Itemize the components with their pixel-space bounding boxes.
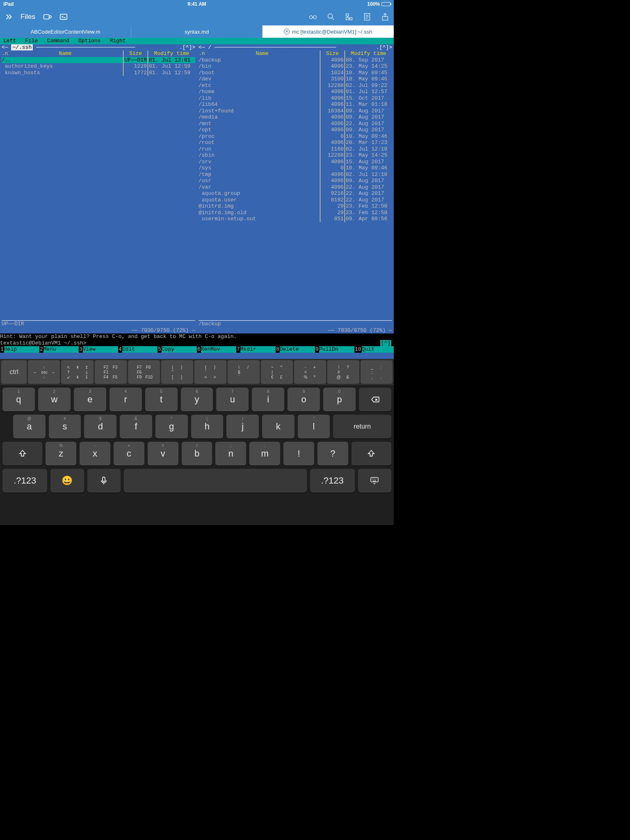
terminal-view[interactable]: Left File Command Options Right <─ ~/.ss… bbox=[0, 38, 394, 359]
file-row[interactable]: /var409622. Aug 2017 bbox=[199, 184, 392, 191]
fn-key-1[interactable]: 1Help bbox=[0, 346, 39, 353]
key-k[interactable]: 'k bbox=[262, 415, 294, 438]
fn-pad-2[interactable]: F7F8F6F9F10 bbox=[128, 360, 160, 384]
key-b[interactable]: /b bbox=[182, 442, 212, 466]
key-![interactable]: ! bbox=[283, 442, 314, 466]
symbol-pad-4[interactable]: !?#@& bbox=[327, 360, 359, 384]
file-row[interactable]: /etc1228802. Jul 09:22 bbox=[199, 82, 392, 89]
menu-command[interactable]: Command bbox=[45, 38, 77, 44]
file-row[interactable]: /boot102410. May 09:45 bbox=[199, 70, 392, 76]
file-row[interactable]: /sys010. May 09:46 bbox=[199, 165, 392, 171]
fn-key-10[interactable]: 10Quit bbox=[354, 346, 394, 353]
return-key[interactable]: return bbox=[333, 415, 391, 438]
key-p[interactable]: 0p bbox=[323, 388, 356, 411]
shift-left-key[interactable] bbox=[2, 442, 42, 466]
menu-left[interactable]: Left bbox=[2, 38, 23, 44]
key-m[interactable]: :m bbox=[249, 442, 280, 466]
arrow-pad[interactable]: ↑←esc→↓ bbox=[28, 360, 60, 384]
file-row[interactable]: /tmp409602. Jul 12:10 bbox=[199, 171, 392, 178]
file-row[interactable]: /home409601. Jul 12:57 bbox=[199, 89, 392, 95]
key-v[interactable]: =v bbox=[148, 442, 178, 466]
file-row[interactable]: /media409609. Aug 2017 bbox=[199, 114, 392, 121]
bracket-pad-2[interactable]: {}'<> bbox=[194, 360, 226, 384]
symbol-pad-3[interactable]: -+=%* bbox=[294, 360, 326, 384]
symbol-pad-5[interactable]: _:;,. bbox=[361, 360, 393, 384]
key-a[interactable]: @a bbox=[13, 415, 46, 438]
nav-pad[interactable]: ↖⇞↥⤒⤓↙⇟↧ bbox=[61, 360, 93, 384]
key-l[interactable]: "l bbox=[298, 415, 330, 438]
file-row[interactable]: /bin409623. May 14:25 bbox=[199, 63, 392, 70]
backspace-key[interactable] bbox=[359, 388, 391, 411]
file-row[interactable]: usermin-setup.out85109. Apr 08:56 bbox=[199, 216, 392, 222]
file-row[interactable]: /mnt409622. Aug 2017 bbox=[199, 121, 392, 127]
file-row[interactable]: @initrd.img2923. Feb 12:50 bbox=[199, 203, 392, 210]
fn-key-8[interactable]: 8Delete bbox=[276, 346, 315, 353]
close-icon[interactable]: ✕ bbox=[284, 29, 290, 34]
file-row[interactable]: known_hosts177201. Jul 12:59 bbox=[2, 70, 195, 76]
file-row[interactable]: /..UP──DIR01. Jul 13:01 bbox=[2, 57, 195, 64]
mc-left-panel[interactable]: <─ ~/.ssh ──────────────────────────────… bbox=[0, 44, 197, 334]
symbol-pad-2[interactable]: ~^|€£ bbox=[261, 360, 293, 384]
space-key[interactable] bbox=[124, 469, 307, 493]
file-row[interactable]: @initrd.img.old2923. Feb 12:50 bbox=[199, 210, 392, 216]
menu-options[interactable]: Options bbox=[77, 38, 108, 44]
glasses-icon[interactable] bbox=[308, 12, 317, 21]
ctrl-key[interactable]: ctrl bbox=[1, 360, 27, 384]
key-u[interactable]: 7u bbox=[216, 388, 249, 411]
dismiss-keyboard-key[interactable] bbox=[358, 469, 391, 493]
fn-key-9[interactable]: 9PullDn bbox=[315, 346, 354, 353]
tab-1[interactable]: syntax.md bbox=[131, 25, 262, 38]
key-o[interactable]: 9o bbox=[288, 388, 320, 411]
mc-right-panel[interactable]: <─ / ───────────────────────────────────… bbox=[197, 44, 394, 334]
fn-pad-1[interactable]: F2F3F1F4F5 bbox=[95, 360, 127, 384]
key-f[interactable]: &f bbox=[120, 415, 152, 438]
file-row[interactable]: /dev310010. May 09:46 bbox=[199, 76, 392, 82]
search-icon[interactable] bbox=[326, 12, 336, 21]
bracket-pad-1[interactable]: ()"[] bbox=[161, 360, 193, 384]
key-?[interactable]: ? bbox=[317, 442, 348, 466]
menu-file[interactable]: File bbox=[23, 38, 45, 44]
file-row[interactable]: /proc010. May 09:46 bbox=[199, 133, 392, 140]
key-e[interactable]: 3e bbox=[74, 388, 106, 411]
tab-0[interactable]: ABCodeEditorContentView.m bbox=[0, 25, 131, 38]
properties-icon[interactable] bbox=[363, 12, 372, 21]
key-q[interactable]: 1q bbox=[2, 388, 35, 411]
emoji-key[interactable]: 😀 bbox=[50, 469, 84, 493]
mc-menubar[interactable]: Left File Command Options Right bbox=[0, 38, 394, 44]
file-row[interactable]: /lib64409611. Mar 01:18 bbox=[199, 101, 392, 108]
file-row[interactable]: /lib409615. Oct 2017 bbox=[199, 95, 392, 102]
key-w[interactable]: 2w bbox=[38, 388, 71, 411]
fn-key-2[interactable]: 2Menu bbox=[39, 346, 79, 353]
fn-key-5[interactable]: 5Copy bbox=[158, 346, 197, 353]
symbols-icon[interactable] bbox=[345, 12, 354, 21]
key-x[interactable]: -x bbox=[80, 442, 110, 466]
terminal-icon[interactable] bbox=[59, 12, 68, 21]
numkey-right[interactable]: .?123 bbox=[310, 469, 355, 493]
shift-right-key[interactable] bbox=[352, 442, 391, 466]
numkey-left[interactable]: .?123 bbox=[2, 469, 47, 493]
key-g[interactable]: *g bbox=[155, 415, 188, 438]
share-icon[interactable] bbox=[381, 12, 390, 21]
dictation-key[interactable] bbox=[87, 469, 121, 493]
key-z[interactable]: %z bbox=[46, 442, 76, 466]
key-t[interactable]: 5t bbox=[145, 388, 178, 411]
fn-key-7[interactable]: 7Mkdir bbox=[236, 346, 276, 353]
key-c[interactable]: +c bbox=[114, 442, 144, 466]
menu-right[interactable]: Right bbox=[108, 38, 133, 44]
toolbar-title[interactable]: Files bbox=[21, 13, 35, 21]
file-row[interactable]: /srv409615. Aug 2017 bbox=[199, 159, 392, 165]
file-row[interactable]: /opt409609. Aug 2017 bbox=[199, 127, 392, 133]
key-d[interactable]: $d bbox=[84, 415, 116, 438]
fn-key-3[interactable]: 3View bbox=[79, 346, 118, 353]
file-row[interactable]: /root409620. Mar 17:23 bbox=[199, 139, 392, 146]
shell-prompt[interactable]: textastic@DebianVM1 ~/.ssh>[^] bbox=[0, 340, 394, 347]
key-n[interactable]: ;n bbox=[215, 442, 246, 466]
key-y[interactable]: 6y bbox=[181, 388, 213, 411]
file-row[interactable]: authorized_keys122801. Jul 12:59 bbox=[2, 63, 195, 70]
recent-icon[interactable] bbox=[43, 12, 52, 21]
tab-2[interactable]: ✕ mc [textastic@DebianVM1]:~/.ssh bbox=[262, 25, 394, 38]
key-j[interactable]: )j bbox=[226, 415, 259, 438]
file-row[interactable]: /sbin1228823. May 14:25 bbox=[199, 152, 392, 159]
file-row[interactable]: aquota.group921622. Aug 2017 bbox=[199, 190, 392, 197]
chevrons-icon[interactable] bbox=[4, 12, 13, 21]
